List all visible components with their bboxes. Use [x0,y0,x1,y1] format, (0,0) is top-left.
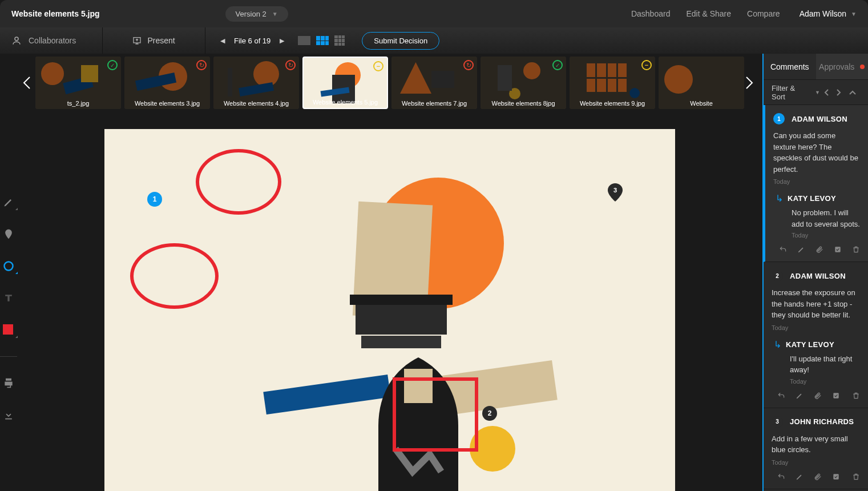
edit-icon[interactable] [797,246,805,253]
thumbnail-label: Website elements 9.jpg [570,100,655,107]
edit-icon[interactable] [796,473,804,481]
text-tool[interactable] [3,292,14,304]
status-approved-icon [552,60,563,70]
annotation-toolbar [0,54,17,491]
comment-pin-number: 3 [772,416,783,428]
thumbnail[interactable]: ts_2.jpg [35,57,121,109]
circle-tool[interactable] [3,260,14,272]
filter-sort-row: Filter & Sort ▼ [764,80,868,105]
annotation-ellipse[interactable] [196,149,281,215]
comment-prev-button[interactable] [820,88,833,96]
svg-rect-8 [835,247,840,252]
tab-approvals-label: Approvals [819,62,854,71]
reply-time: Today [776,232,860,239]
prev-file-button[interactable]: ◀ [217,34,228,48]
filter-label: Filter & Sort [772,84,809,101]
pin-tool[interactable] [3,228,14,240]
tab-approvals[interactable]: Approvals [816,54,869,79]
thumbnail[interactable]: Website elements 3.jpg [124,57,210,109]
view-grid-button[interactable] [316,36,329,45]
canvas-pin-1[interactable]: 1 [147,192,162,207]
thumbnail[interactable]: Website elements 9.jpg [570,57,655,109]
user-menu[interactable]: Adam Wilson ▼ [800,9,857,18]
pencil-icon [3,196,14,208]
artwork-typewriter [344,289,458,352]
tab-comments[interactable]: Comments [764,54,816,79]
thumbnail-label: Website [659,100,744,107]
status-approved-icon [107,60,118,70]
thumbnail[interactable]: Website elements 4.jpg [213,57,299,109]
comment-next-button[interactable] [833,88,845,96]
version-selector[interactable]: Version 2 ▼ [225,6,288,22]
thumbnail[interactable]: Website [659,57,744,109]
reply-body: No problem. I will add to several spots. [776,207,860,230]
status-pending-icon [641,60,652,70]
filmstrip-prev[interactable] [22,75,35,91]
thumbnail-label: ts_2.jpg [35,100,121,107]
person-icon [11,35,22,46]
caret-down-icon: ▼ [272,11,278,17]
caret-down-icon: ▼ [815,90,820,95]
chevron-up-icon [849,90,857,95]
view-single-button[interactable] [298,36,310,45]
comment-body: Increase the exposure on the hands here … [772,287,860,321]
present-icon [132,36,142,45]
attach-icon[interactable] [814,392,822,400]
thumbnail-label: Website elements 4.jpg [213,100,299,107]
canvas-pin-3[interactable]: 3 [608,183,623,202]
comment-block[interactable]: 1ADAM WILSONCan you add some texture her… [764,105,868,262]
attach-icon[interactable] [815,246,823,253]
color-tool[interactable] [3,324,14,336]
file-counter: File 6 of 19 [234,37,271,45]
nav-edit-share[interactable]: Edit & Share [686,9,731,18]
resolve-icon[interactable] [832,473,840,481]
collaborators-button[interactable]: Collaborators [0,27,103,54]
status-changes-icon [463,60,474,70]
comment-reply: ↳KATY LEVOYI'll update that right away!T… [772,339,860,385]
delete-icon[interactable] [852,246,860,253]
resolve-icon[interactable] [834,246,842,253]
comments-panel: Comments Approvals Filter & Sort ▼ 1ADAM… [762,54,868,491]
reply-icon[interactable] [777,392,785,400]
canvas-viewport[interactable]: 1 2 3 [17,112,762,491]
reply-icon[interactable] [779,246,787,253]
svg-point-2 [5,262,13,271]
present-button[interactable]: Present [103,27,205,54]
thumbnail[interactable]: Website elements 8jpg [481,57,566,109]
filmstrip-next[interactable] [744,75,758,91]
edit-icon[interactable] [796,392,804,400]
delete-icon[interactable] [852,473,860,481]
view-tiles-button[interactable] [334,35,345,46]
pin-icon [3,228,14,240]
canvas: 1 2 3 [104,129,675,491]
thumbnail-label: Website elements 8jpg [481,100,566,107]
reply-time: Today [774,378,860,385]
canvas-pin-2[interactable]: 2 [482,406,497,421]
svg-text:3: 3 [613,187,617,194]
comment-actions [773,246,860,253]
reply-icon[interactable] [777,473,785,481]
thumbnail[interactable]: Website elements 7.jpg [391,57,477,109]
chevron-right-icon [744,75,754,91]
attach-icon[interactable] [814,473,822,481]
nav-compare[interactable]: Compare [747,9,780,18]
pencil-tool[interactable] [3,196,14,208]
delete-icon[interactable] [852,392,860,400]
download-tool[interactable] [3,409,14,421]
comment-block[interactable]: 3JOHN RICHARDSAdd in a few very small bl… [764,408,868,489]
comment-block[interactable]: 2ADAM WILSONIncrease the exposure on the… [764,262,868,408]
filter-sort-button[interactable]: Filter & Sort ▼ [772,84,820,101]
annotation-rectangle[interactable] [393,377,478,452]
annotation-ellipse[interactable] [130,243,219,309]
thumbnail[interactable]: Website elements 5.jpg [302,57,388,109]
thumbnail-label: Website elements 3.jpg [124,100,210,107]
resolve-icon[interactable] [832,392,840,400]
chevron-left-icon [22,75,32,91]
next-file-button[interactable]: ▶ [276,34,288,48]
reply-arrow-icon: ↳ [776,193,783,204]
print-tool[interactable] [3,377,14,389]
collapse-button[interactable] [845,90,860,95]
comment-time: Today [773,178,860,185]
nav-dashboard[interactable]: Dashboard [631,9,671,18]
submit-decision-button[interactable]: Submit Decision [362,32,439,50]
